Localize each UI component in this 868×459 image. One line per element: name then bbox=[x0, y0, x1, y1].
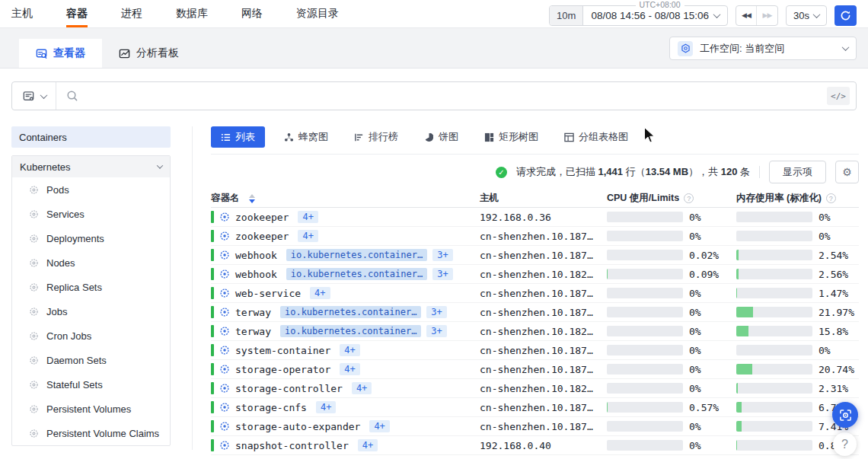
sidebar-item-containers[interactable]: Containers bbox=[11, 126, 171, 148]
view-tab-treemap[interactable]: 矩形树图 bbox=[477, 126, 545, 148]
host-name[interactable]: cn-shenzhen.10.182… bbox=[480, 326, 593, 337]
more-tags-badge[interactable]: 4+ bbox=[352, 382, 372, 394]
sort-icon[interactable] bbox=[249, 194, 255, 203]
table-row[interactable]: storage-operator 4+ cn-shenzhen.10.187… … bbox=[211, 360, 859, 379]
help-icon[interactable]: ? bbox=[684, 193, 694, 203]
host-name[interactable]: cn-shenzhen.10.187… bbox=[480, 345, 593, 356]
column-host[interactable]: 主机 bbox=[480, 192, 607, 205]
container-name[interactable]: zookeeper bbox=[235, 212, 289, 223]
container-name[interactable]: terway bbox=[235, 326, 271, 337]
host-name[interactable]: cn-shenzhen.10.187… bbox=[480, 288, 593, 299]
host-name[interactable]: cn-shenzhen.10.187… bbox=[480, 364, 593, 375]
host-name[interactable]: cn-shenzhen.10.187… bbox=[480, 250, 593, 261]
sidebar-group-kubernetes[interactable]: Kubernetes bbox=[12, 156, 170, 177]
column-cpu-usage[interactable]: CPU 使用/Limits ? bbox=[607, 192, 736, 205]
more-tags-badge[interactable]: 3+ bbox=[426, 325, 446, 337]
container-name[interactable]: system-container bbox=[235, 345, 330, 356]
view-tab-ranking[interactable]: 排行榜 bbox=[347, 126, 405, 148]
workspace-selector[interactable]: 工作空间: 当前空间 bbox=[669, 37, 857, 60]
nav-item-resource-catalog[interactable]: 资源目录 bbox=[296, 0, 339, 27]
container-name[interactable]: storage-auto-expander bbox=[235, 421, 360, 432]
sidebar-item-daemon-sets[interactable]: Daemon Sets bbox=[12, 348, 170, 372]
table-row[interactable]: storage-controller 4+ cn-shenzhen.10.182… bbox=[211, 379, 859, 398]
container-label-tag[interactable]: io.kubernetes.container… bbox=[286, 249, 427, 261]
step-forward-button[interactable]: ▶▶ bbox=[757, 6, 777, 25]
more-tags-badge[interactable]: 3+ bbox=[432, 249, 452, 261]
sidebar-item-persistent-volume-claims[interactable]: Persistent Volume Claims bbox=[12, 421, 170, 445]
more-tags-badge[interactable]: 4+ bbox=[298, 211, 318, 223]
host-name[interactable]: cn-shenzhen.10.187… bbox=[480, 402, 593, 413]
search-input[interactable] bbox=[78, 82, 827, 110]
sidebar-item-persistent-volumes[interactable]: Persistent Volumes bbox=[12, 397, 170, 421]
more-tags-badge[interactable]: 4+ bbox=[340, 344, 359, 356]
sidebar-item-services[interactable]: Services bbox=[12, 202, 170, 226]
host-name[interactable]: cn-shenzhen.10.182… bbox=[480, 383, 593, 394]
container-label-tag[interactable]: io.kubernetes.container… bbox=[286, 268, 427, 280]
host-name[interactable]: cn-shenzhen.10.187… bbox=[480, 421, 593, 432]
container-name[interactable]: zookeeper bbox=[235, 231, 289, 242]
table-row[interactable]: storage-auto-expander 4+ cn-shenzhen.10.… bbox=[211, 417, 859, 436]
container-label-tag[interactable]: io.kubernetes.container… bbox=[280, 325, 421, 337]
quick-capture-button[interactable] bbox=[832, 402, 858, 428]
tab-viewer[interactable]: 查看器 bbox=[19, 39, 102, 68]
view-tab-honeycomb[interactable]: 蜂窝图 bbox=[277, 126, 335, 148]
nav-item-network[interactable]: 网络 bbox=[241, 0, 263, 27]
sidebar-item-nodes[interactable]: Nodes bbox=[12, 250, 170, 275]
column-container-name[interactable]: 容器名 bbox=[211, 192, 480, 205]
container-label-tag[interactable]: io.kubernetes.container… bbox=[280, 306, 421, 318]
host-name[interactable]: 192.168.0.40 bbox=[480, 440, 551, 451]
sidebar-item-stateful-sets[interactable]: Stateful Sets bbox=[12, 372, 170, 397]
more-tags-badge[interactable]: 4+ bbox=[316, 401, 336, 413]
more-tags-badge[interactable]: 4+ bbox=[358, 439, 378, 451]
table-row[interactable]: terway io.kubernetes.container… 3+ cn-sh… bbox=[211, 322, 859, 341]
sidebar-item-deployments[interactable]: Deployments bbox=[12, 226, 170, 250]
view-tab-list[interactable]: 列表 bbox=[211, 126, 265, 148]
container-name[interactable]: storage-operator bbox=[235, 364, 330, 375]
container-name[interactable]: web-service bbox=[235, 288, 301, 299]
sidebar-item-jobs[interactable]: Jobs bbox=[12, 299, 170, 324]
nav-item-hosts[interactable]: 主机 bbox=[11, 0, 33, 27]
table-row[interactable]: storage-cnfs 4+ cn-shenzhen.10.187… 0.57… bbox=[211, 398, 859, 417]
table-row[interactable]: system-container 4+ cn-shenzhen.10.187… … bbox=[211, 341, 859, 360]
nav-item-processes[interactable]: 进程 bbox=[121, 0, 142, 27]
nav-item-containers[interactable]: 容器 bbox=[66, 0, 88, 27]
host-name[interactable]: cn-shenzhen.10.187… bbox=[480, 231, 593, 242]
table-settings-button[interactable]: ⚙ bbox=[835, 161, 859, 183]
display-items-button[interactable]: 显示项 bbox=[769, 161, 826, 183]
container-name[interactable]: terway bbox=[235, 307, 271, 318]
help-icon[interactable]: ? bbox=[826, 193, 836, 203]
table-row[interactable]: zookeeper 4+ cn-shenzhen.10.187… 0% 0% bbox=[211, 227, 859, 246]
table-row[interactable]: terway io.kubernetes.container… 3+ cn-sh… bbox=[211, 303, 859, 322]
container-name[interactable]: storage-controller bbox=[235, 383, 343, 394]
more-tags-badge[interactable]: 4+ bbox=[340, 363, 359, 375]
container-name[interactable]: webhook bbox=[235, 250, 277, 261]
more-tags-badge[interactable]: 3+ bbox=[426, 306, 446, 318]
container-name[interactable]: webhook bbox=[235, 269, 277, 280]
container-name[interactable]: storage-cnfs bbox=[235, 402, 307, 413]
container-name[interactable]: snapshot-controller bbox=[235, 440, 349, 451]
host-name[interactable]: cn-shenzhen.10.182… bbox=[480, 269, 593, 280]
refresh-interval-select[interactable]: 30s bbox=[786, 5, 827, 26]
host-name[interactable]: cn-shenzhen.10.187… bbox=[480, 307, 593, 318]
query-mode-dropdown[interactable] bbox=[12, 82, 56, 110]
refresh-button[interactable] bbox=[834, 5, 857, 26]
more-tags-badge[interactable]: 4+ bbox=[298, 230, 318, 242]
step-backward-button[interactable]: ◀◀ bbox=[736, 6, 757, 25]
more-tags-badge[interactable]: 4+ bbox=[369, 420, 389, 432]
table-row[interactable]: snapshot-controller 4+ 192.168.0.40 0% 0… bbox=[211, 436, 859, 455]
sidebar-item-replica-sets[interactable]: Replica Sets bbox=[12, 275, 170, 299]
sidebar-item-pods[interactable]: Pods bbox=[12, 177, 170, 202]
view-tab-pie[interactable]: 饼图 bbox=[417, 126, 465, 148]
sidebar-item-cron-jobs[interactable]: Cron Jobs bbox=[12, 324, 170, 348]
table-row[interactable]: webhook io.kubernetes.container… 3+ cn-s… bbox=[211, 265, 859, 284]
time-range-picker[interactable]: 08/08 14:56 - 08/08 15:06 bbox=[583, 10, 727, 21]
column-memory-usage[interactable]: 内存使用率 (标准化) ? bbox=[736, 192, 859, 205]
nav-item-databases[interactable]: 数据库 bbox=[176, 0, 208, 27]
code-mode-button[interactable]: </> bbox=[827, 87, 850, 105]
view-tab-grouped-table[interactable]: 分组表格图 bbox=[557, 126, 635, 148]
more-tags-badge[interactable]: 4+ bbox=[310, 287, 330, 299]
table-row[interactable]: web-service 4+ cn-shenzhen.10.187… 0% 1.… bbox=[211, 284, 859, 303]
more-tags-badge[interactable]: 3+ bbox=[432, 268, 452, 280]
tab-analysis-board[interactable]: 分析看板 bbox=[102, 39, 196, 68]
table-row[interactable]: webhook io.kubernetes.container… 3+ cn-s… bbox=[211, 246, 859, 265]
